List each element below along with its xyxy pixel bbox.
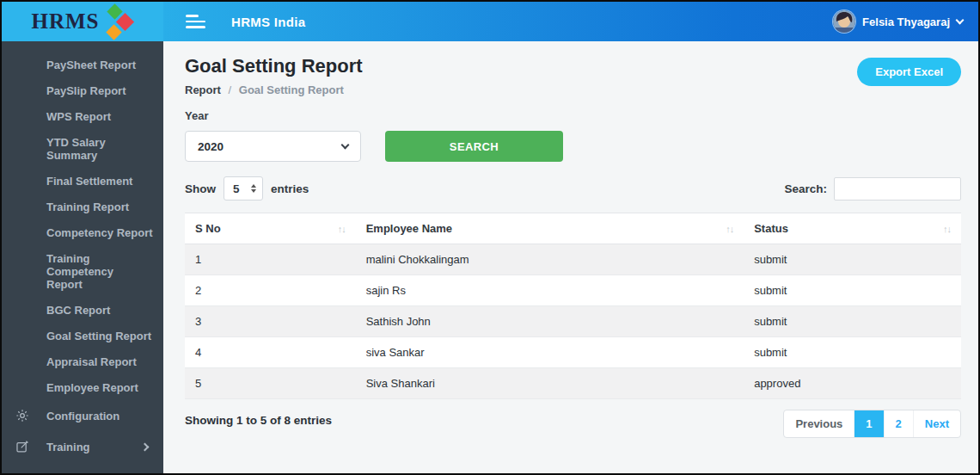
sidebar-item-training[interactable]: Training: [2, 431, 163, 462]
year-select[interactable]: 2020: [185, 131, 361, 162]
user-avatar: [833, 10, 855, 33]
cell-employee-name: Siva Shankari: [356, 368, 744, 399]
cell-sno: 5: [185, 368, 356, 399]
chevron-down-icon: [956, 15, 965, 24]
top-header: HRMS HRMS India: [2, 2, 978, 41]
chevron-down-icon: [341, 140, 350, 149]
main-content: Goal Setting Report Report / Goal Settin…: [163, 41, 978, 473]
cell-employee-name: malini Chokkalingam: [356, 244, 744, 275]
cell-employee-name: sajin Rs: [356, 275, 744, 306]
export-excel-button[interactable]: Export Excel: [857, 58, 961, 86]
cell-employee-name: siva Sankar: [356, 337, 744, 368]
column-header-sno[interactable]: S No ↑↓: [185, 213, 356, 244]
breadcrumb-parent[interactable]: Report: [185, 83, 221, 96]
table-search-label: Search:: [784, 182, 827, 195]
sidebar-item-label: Configuration: [46, 410, 119, 423]
cell-status: submit: [744, 275, 961, 306]
brand-logo[interactable]: HRMS: [2, 2, 163, 41]
gear-icon: [14, 409, 31, 423]
app-window: HRMS HRMS India: [0, 0, 980, 475]
table-row: 3 Sathish John submit: [185, 306, 961, 337]
user-name: Felsia Thyagaraj: [862, 15, 950, 28]
cell-status: submit: [744, 306, 961, 337]
table-row: 4 siva Sankar submit: [185, 337, 961, 368]
megaphone-icon: [14, 471, 31, 473]
cell-sno: 3: [185, 306, 356, 337]
cell-status: submit: [744, 337, 961, 368]
app-title: HRMS India: [231, 15, 305, 29]
sidebar-nav: PaySheet Report PaySlip Report WPS Repor…: [2, 41, 163, 473]
sidebar-item-goal-setting-report[interactable]: Goal Setting Report: [2, 323, 163, 349]
breadcrumb-current: Goal Setting Report: [239, 83, 344, 96]
cell-status: approved: [744, 368, 961, 399]
sort-icon: ↑↓: [726, 224, 733, 234]
report-table: S No ↑↓ Employee Name ↑↓: [185, 213, 961, 399]
header-bar: HRMS India Felsia Thyagaraj: [163, 2, 978, 41]
pagination: Previous 1 2 Next: [783, 410, 961, 438]
entries-label: entries: [271, 182, 309, 195]
pagination-previous[interactable]: Previous: [784, 410, 854, 437]
column-header-employee-name[interactable]: Employee Name ↑↓: [356, 213, 744, 244]
hamburger-menu-icon[interactable]: [186, 15, 205, 28]
sort-icon: ↑↓: [943, 224, 951, 234]
sidebar-item-appraisal-report[interactable]: Appraisal Report: [2, 349, 163, 374]
sidebar-item-training-report[interactable]: Training Report: [2, 194, 163, 219]
sidebar-item-competency-report[interactable]: Competency Report: [2, 219, 163, 245]
table-row: 2 sajin Rs submit: [185, 275, 961, 306]
table-row: 5 Siva Shankari approved: [185, 368, 961, 399]
column-header-status[interactable]: Status ↑↓: [744, 213, 961, 244]
sidebar-item-paysheet-report[interactable]: PaySheet Report: [2, 52, 163, 77]
edit-icon: [14, 440, 31, 453]
user-menu[interactable]: Felsia Thyagaraj: [833, 10, 963, 33]
pagination-page-1[interactable]: 1: [854, 410, 884, 437]
entries-value: 5: [233, 182, 240, 195]
year-select-value: 2020: [198, 140, 224, 153]
entries-stepper[interactable]: 5: [224, 176, 263, 200]
sidebar-item-training-competency-report[interactable]: Training Competency Report: [2, 245, 131, 297]
sidebar-item-bgc-report[interactable]: BGC Report: [2, 297, 163, 323]
logo-text: HRMS: [32, 9, 100, 34]
show-label: Show: [185, 182, 216, 195]
stepper-arrows-icon: [251, 184, 256, 193]
sidebar-item-payslip-report[interactable]: PaySlip Report: [2, 77, 163, 103]
sort-icon: ↑↓: [338, 224, 346, 234]
breadcrumb: Report / Goal Setting Report: [185, 83, 363, 96]
cell-sno: 2: [185, 275, 356, 306]
sidebar-item-employee-report[interactable]: Employee Report: [2, 374, 163, 400]
table-row: 1 malini Chokkalingam submit: [185, 244, 961, 275]
cell-employee-name: Sathish John: [356, 306, 744, 337]
cell-sno: 4: [185, 337, 356, 368]
pagination-page-2[interactable]: 2: [885, 410, 914, 437]
cell-status: submit: [744, 244, 961, 275]
year-label: Year: [185, 109, 961, 122]
sidebar-item-final-settlement[interactable]: Final Settlement: [2, 168, 163, 194]
breadcrumb-separator: /: [229, 83, 232, 96]
sidebar-item-ytd-salary-summary[interactable]: YTD Salary Summary: [2, 129, 163, 168]
search-button[interactable]: SEARCH: [385, 131, 563, 162]
sidebar-item-wps-report[interactable]: WPS Report: [2, 103, 163, 129]
table-search-input[interactable]: [834, 177, 961, 200]
chevron-right-icon: [141, 442, 150, 451]
page-title: Goal Setting Report: [185, 55, 363, 77]
sidebar-item-label: Training: [46, 441, 90, 453]
entries-summary: Showing 1 to 5 of 8 entries: [185, 414, 332, 427]
sidebar-item-configuration[interactable]: Configuration: [2, 400, 163, 431]
cell-sno: 1: [185, 244, 356, 275]
sidebar-item-appraisal[interactable]: Appraisal: [2, 462, 163, 473]
diamond-orange-icon: [106, 24, 121, 40]
pagination-next[interactable]: Next: [914, 410, 960, 437]
sidebar-item-label: Appraisal: [46, 472, 97, 474]
logo-diamonds-icon: [101, 3, 134, 40]
